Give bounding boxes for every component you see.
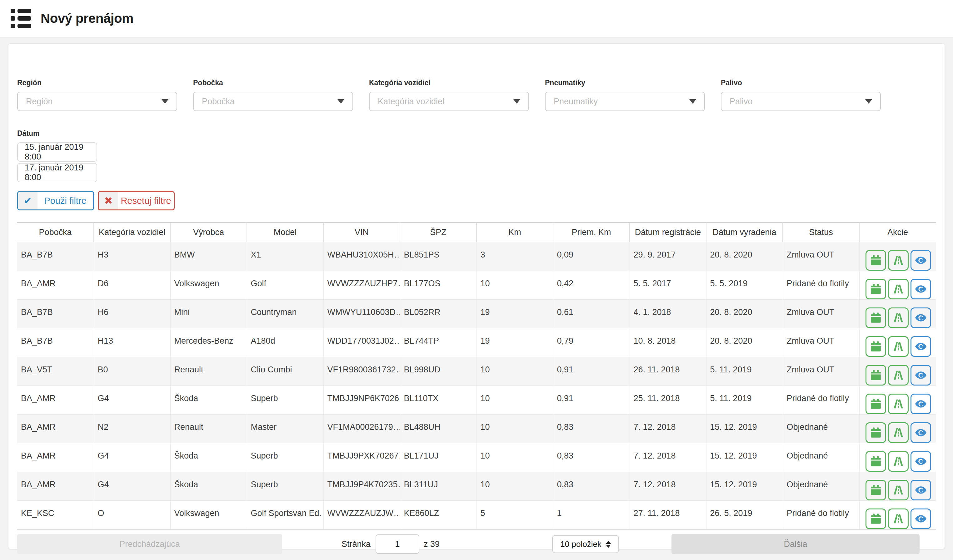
cell-vyrobca: Volkswagen (170, 500, 247, 529)
table-row: BA_AMRD6VolkswagenGolfWVWZZZAUZHP7…BL177… (17, 271, 936, 299)
fuel-placeholder: Palivo (729, 97, 865, 107)
cell-priem_km: 0,83 (553, 414, 630, 443)
cell-model: Golf (247, 271, 323, 299)
category-select[interactable]: Kategória vozidiel (369, 92, 529, 111)
cell-datum_registracie: 7. 12. 2018 (630, 443, 706, 472)
calendar-action-button[interactable] (866, 422, 886, 443)
cell-model: Master (247, 414, 323, 443)
filter-region: Región Región (17, 79, 177, 111)
reset-filters-button[interactable]: ✖ Resetuj filtre (98, 191, 175, 210)
previous-page-button[interactable]: Predchádzajúca (17, 534, 282, 554)
road-icon (892, 254, 904, 266)
view-action-button[interactable] (911, 394, 931, 414)
page-count-label: z 39 (424, 539, 440, 549)
cell-status: Pridané do flotily (783, 271, 859, 299)
tires-select[interactable]: Pneumatiky (545, 92, 705, 111)
cell-priem_km: 0,42 (553, 271, 630, 299)
calendar-action-button[interactable] (866, 336, 886, 357)
eye-icon (914, 340, 927, 353)
view-action-button[interactable] (911, 509, 931, 529)
cell-actions (859, 443, 936, 472)
next-page-button[interactable]: Ďalšia (672, 534, 920, 554)
chevron-down-icon (337, 99, 345, 104)
cell-vyrobca: Škoda (170, 443, 247, 472)
eye-icon (914, 254, 927, 266)
page-number-input[interactable] (376, 534, 419, 554)
cell-datum_registracie: 10. 8. 2018 (630, 328, 706, 357)
fuel-select[interactable]: Palivo (721, 92, 881, 111)
date-to-input[interactable]: 17. január 2019 8:00 (17, 163, 97, 182)
date-label: Dátum (17, 129, 936, 138)
view-action-button[interactable] (911, 308, 931, 328)
column-header-12: Akcie (859, 223, 936, 242)
eye-icon (914, 369, 927, 381)
view-action-button[interactable] (911, 365, 931, 385)
category-label: Kategória vozidiel (369, 79, 529, 87)
eye-icon (914, 398, 927, 410)
table-row: KE_KSCOVolkswagenGolf Sportsvan Ed. …WVW… (17, 500, 936, 529)
column-header-7: Km (476, 223, 553, 242)
road-action-button[interactable] (888, 394, 909, 414)
road-action-button[interactable] (888, 250, 909, 271)
road-action-button[interactable] (888, 480, 909, 500)
cell-datum_registracie: 25. 11. 2018 (630, 385, 706, 414)
date-from-input[interactable]: 15. január 2019 8:00 (17, 142, 97, 162)
cell-kategoria: B0 (94, 357, 170, 385)
app-header: Nový prenájom (0, 0, 953, 37)
calendar-action-button[interactable] (866, 451, 886, 472)
calendar-action-button[interactable] (866, 480, 886, 500)
road-action-button[interactable] (888, 279, 909, 299)
table-row: BA_V5TB0RenaultClio CombiVF1R9800361732…… (17, 357, 936, 385)
page-size-select[interactable]: 10 položiek (552, 535, 619, 553)
calendar-action-button[interactable] (866, 365, 886, 385)
view-action-button[interactable] (911, 422, 931, 443)
tires-label: Pneumatiky (545, 79, 705, 87)
view-action-button[interactable] (911, 336, 931, 357)
calendar-icon (870, 369, 882, 381)
cell-actions (859, 500, 936, 529)
cell-km: 10 (476, 414, 553, 443)
chevron-down-icon (161, 99, 168, 104)
cell-datum_vyradenia: 20. 8. 2020 (706, 242, 783, 271)
cell-status: Zmluva OUT (783, 357, 859, 385)
road-action-button[interactable] (888, 365, 909, 385)
cell-pobocka: KE_KSC (17, 500, 94, 529)
menu-list-icon[interactable] (11, 9, 31, 28)
view-action-button[interactable] (911, 250, 931, 271)
road-action-button[interactable] (888, 336, 909, 357)
cell-km: 10 (476, 385, 553, 414)
cell-pobocka: BA_AMR (17, 443, 94, 472)
cell-vyrobca: BMW (170, 242, 247, 271)
apply-filters-button[interactable]: ✔ Použi filtre (17, 191, 94, 210)
calendar-action-button[interactable] (866, 394, 886, 414)
road-action-button[interactable] (888, 509, 909, 529)
cell-priem_km: 0,83 (553, 472, 630, 500)
view-action-button[interactable] (911, 451, 931, 472)
calendar-action-button[interactable] (866, 279, 886, 299)
cell-datum_registracie: 4. 1. 2018 (630, 299, 706, 328)
cell-spz: BL171UJ (400, 443, 476, 472)
filter-tires: Pneumatiky Pneumatiky (545, 79, 705, 111)
column-header-8: Priem. Km (553, 223, 630, 242)
road-action-button[interactable] (888, 308, 909, 328)
calendar-action-button[interactable] (866, 250, 886, 271)
calendar-icon (870, 283, 882, 295)
table-row: BA_AMRG4ŠkodaSuperbTMBJJ9NP6K7026…BL110T… (17, 385, 936, 414)
region-select[interactable]: Región (17, 92, 177, 111)
vehicles-table: PobočkaKategória vozidielVýrobcaModelVIN… (17, 222, 936, 529)
cell-pobocka: BA_B7B (17, 299, 94, 328)
road-icon (892, 312, 904, 324)
cell-spz: KE860LZ (400, 500, 476, 529)
branch-select[interactable]: Pobočka (193, 92, 353, 111)
cell-vyrobca: Mini (170, 299, 247, 328)
road-action-button[interactable] (888, 422, 909, 443)
calendar-action-button[interactable] (866, 509, 886, 529)
road-action-button[interactable] (888, 451, 909, 472)
column-header-9: Dátum registrácie (630, 223, 706, 242)
cell-pobocka: BA_B7B (17, 328, 94, 357)
eye-icon (914, 484, 927, 496)
view-action-button[interactable] (911, 480, 931, 500)
cell-actions (859, 414, 936, 443)
calendar-action-button[interactable] (866, 308, 886, 328)
view-action-button[interactable] (911, 279, 931, 299)
